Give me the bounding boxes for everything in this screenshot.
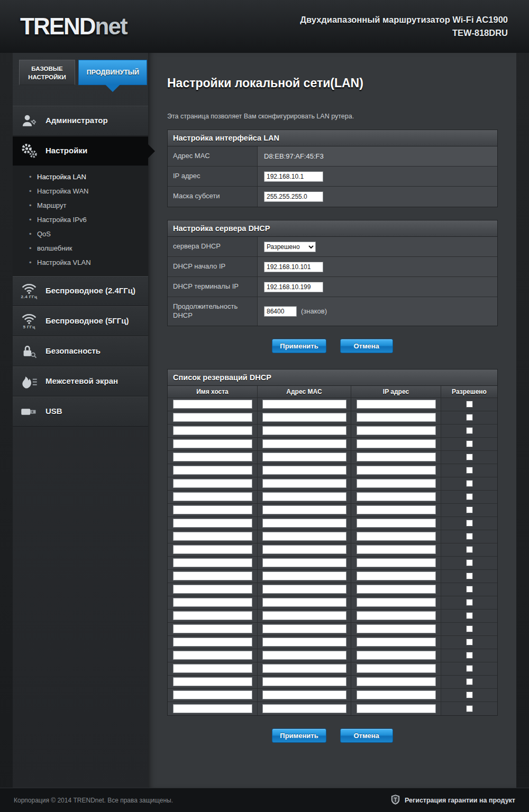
reservation-ip-input[interactable] xyxy=(357,466,436,475)
reservation-mac-input[interactable] xyxy=(262,571,346,580)
reservation-hostname-input[interactable] xyxy=(173,585,252,594)
reservation-ip-input[interactable] xyxy=(357,505,436,514)
reservation-mac-input[interactable] xyxy=(262,492,346,501)
reservation-ip-input[interactable] xyxy=(357,492,436,501)
reservation-mac-input[interactable] xyxy=(262,677,346,686)
dhcp-start-ip-input[interactable] xyxy=(264,262,323,272)
reservation-mac-input[interactable] xyxy=(262,585,346,594)
reservation-enable-checkbox[interactable] xyxy=(466,467,473,474)
sidebar-item-settings[interactable]: Настройки xyxy=(13,136,148,166)
sidebar-item-wireless-24[interactable]: 2.4 ГГцБеспроводное (2.4ГГц) xyxy=(13,276,148,306)
reservation-hostname-input[interactable] xyxy=(173,439,252,448)
reservation-enable-checkbox[interactable] xyxy=(466,691,473,698)
reservation-hostname-input[interactable] xyxy=(173,624,252,633)
submenu-item-route[interactable]: Маршрут xyxy=(13,198,148,213)
reservation-hostname-input[interactable] xyxy=(173,466,252,475)
reservation-ip-input[interactable] xyxy=(357,558,436,567)
sidebar-item-usb[interactable]: USB xyxy=(13,396,148,427)
reservation-mac-input[interactable] xyxy=(262,413,346,422)
reservation-hostname-input[interactable] xyxy=(173,704,252,713)
reservation-hostname-input[interactable] xyxy=(173,638,252,647)
reservation-ip-input[interactable] xyxy=(357,413,436,422)
reservation-mac-input[interactable] xyxy=(262,479,346,488)
reservation-hostname-input[interactable] xyxy=(173,532,252,541)
reservation-enable-checkbox[interactable] xyxy=(466,506,473,513)
reservation-ip-input[interactable] xyxy=(357,664,436,673)
reservation-enable-checkbox[interactable] xyxy=(466,559,473,566)
reservation-mac-input[interactable] xyxy=(262,400,346,409)
reservation-ip-input[interactable] xyxy=(357,651,436,660)
reservation-ip-input[interactable] xyxy=(357,519,436,528)
reservation-hostname-input[interactable] xyxy=(173,453,252,462)
submenu-item-vlan[interactable]: Настройка VLAN xyxy=(13,255,148,270)
reservation-enable-checkbox[interactable] xyxy=(466,440,473,447)
reservation-enable-checkbox[interactable] xyxy=(466,493,473,500)
reservation-enable-checkbox[interactable] xyxy=(466,652,473,659)
reservation-enable-checkbox[interactable] xyxy=(466,625,473,632)
reservation-hostname-input[interactable] xyxy=(173,664,252,673)
reservation-hostname-input[interactable] xyxy=(173,413,252,422)
reservation-ip-input[interactable] xyxy=(357,571,436,580)
reservation-hostname-input[interactable] xyxy=(173,400,252,409)
reservation-mac-input[interactable] xyxy=(262,558,346,567)
reservation-enable-checkbox[interactable] xyxy=(466,414,473,421)
reservation-enable-checkbox[interactable] xyxy=(466,533,473,540)
reservation-hostname-input[interactable] xyxy=(173,598,252,607)
reservation-enable-checkbox[interactable] xyxy=(466,612,473,619)
reservation-mac-input[interactable] xyxy=(262,532,346,541)
dhcp-lease-input[interactable] xyxy=(264,306,297,317)
submenu-item-qos[interactable]: QoS xyxy=(13,227,148,241)
reservation-ip-input[interactable] xyxy=(357,704,436,713)
reservation-mac-input[interactable] xyxy=(262,426,346,435)
sidebar-item-wireless-5[interactable]: 5 ГГцБеспроводное (5ГГц) xyxy=(13,306,148,336)
reservation-mac-input[interactable] xyxy=(262,651,346,660)
sidebar-item-admin[interactable]: Администратор xyxy=(13,106,148,136)
reservation-hostname-input[interactable] xyxy=(173,426,252,435)
reservation-hostname-input[interactable] xyxy=(173,571,252,580)
reservation-enable-checkbox[interactable] xyxy=(466,573,473,579)
reservation-hostname-input[interactable] xyxy=(173,558,252,567)
reservation-mac-input[interactable] xyxy=(262,519,346,528)
dhcp-end-ip-input[interactable] xyxy=(264,282,323,292)
tab-advanced-settings[interactable]: ПРОДВИНУТЫЙ xyxy=(78,60,147,85)
reservation-ip-input[interactable] xyxy=(357,532,436,541)
reservation-enable-checkbox[interactable] xyxy=(466,599,473,606)
warranty-link[interactable]: Регистрация гарантии на продукт xyxy=(391,794,515,807)
tab-basic-settings[interactable]: БАЗОВЫЕ НАСТРОЙКИ xyxy=(19,60,75,85)
reservation-ip-input[interactable] xyxy=(357,439,436,448)
reservation-enable-checkbox[interactable] xyxy=(466,427,473,434)
reservation-enable-checkbox[interactable] xyxy=(466,480,473,487)
reservation-enable-checkbox[interactable] xyxy=(466,639,473,645)
reservation-hostname-input[interactable] xyxy=(173,505,252,514)
reservation-ip-input[interactable] xyxy=(357,598,436,607)
reservation-hostname-input[interactable] xyxy=(173,611,252,620)
submenu-item-wizard[interactable]: волшебник xyxy=(13,241,148,255)
reservation-mac-input[interactable] xyxy=(262,704,346,713)
cancel-button-bottom[interactable]: Отмена xyxy=(340,728,393,743)
reservation-mac-input[interactable] xyxy=(262,439,346,448)
reservation-ip-input[interactable] xyxy=(357,611,436,620)
reservation-mac-input[interactable] xyxy=(262,505,346,514)
reservation-mac-input[interactable] xyxy=(262,624,346,633)
reservation-mac-input[interactable] xyxy=(262,690,346,699)
reservation-mac-input[interactable] xyxy=(262,611,346,620)
reservation-mac-input[interactable] xyxy=(262,545,346,554)
reservation-hostname-input[interactable] xyxy=(173,545,252,554)
reservation-enable-checkbox[interactable] xyxy=(466,546,473,553)
reservation-enable-checkbox[interactable] xyxy=(466,401,473,408)
sidebar-item-security[interactable]: Безопасность xyxy=(13,336,148,366)
reservation-ip-input[interactable] xyxy=(357,638,436,647)
reservation-ip-input[interactable] xyxy=(357,479,436,488)
reservation-enable-checkbox[interactable] xyxy=(466,678,473,685)
reservation-ip-input[interactable] xyxy=(357,585,436,594)
submenu-item-wan[interactable]: Настройка WAN xyxy=(13,184,148,198)
apply-button-bottom[interactable]: Применить xyxy=(272,728,326,743)
sidebar-item-firewall[interactable]: Межсетевой экран xyxy=(13,366,148,396)
reservation-enable-checkbox[interactable] xyxy=(466,665,473,672)
reservation-mac-input[interactable] xyxy=(262,453,346,462)
reservation-mac-input[interactable] xyxy=(262,664,346,673)
reservation-ip-input[interactable] xyxy=(357,677,436,686)
dhcp-server-select[interactable]: Разрешено xyxy=(264,242,316,252)
reservation-ip-input[interactable] xyxy=(357,426,436,435)
reservation-hostname-input[interactable] xyxy=(173,492,252,501)
